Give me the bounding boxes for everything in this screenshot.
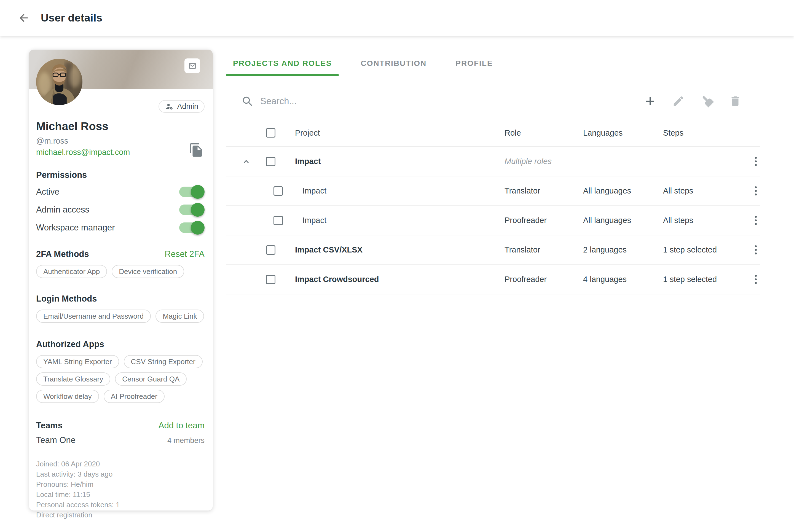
projects-table: ProjectRoleLanguagesSteps ImpactMultiple… <box>226 119 760 294</box>
tab-projects-and-roles[interactable]: PROJECTS AND ROLES <box>226 51 339 76</box>
broom-icon <box>700 95 714 108</box>
role-cell: Multiple roles <box>505 157 583 166</box>
role-cell: Proofreader <box>505 275 583 284</box>
toggle-workspace-manager[interactable] <box>179 223 203 233</box>
clear-button[interactable] <box>700 94 714 108</box>
table-row[interactable]: ImpactProofreaderAll languagesAll steps <box>226 206 760 235</box>
authorized-app-chip: Censor Guard QA <box>115 373 187 386</box>
login-method-chip: Magic Link <box>155 309 204 323</box>
permission-row: Workspace manager <box>36 218 205 236</box>
column-header-languages: Languages <box>583 129 663 137</box>
collapse-chevron-icon[interactable] <box>242 157 251 166</box>
app-bar: User details <box>0 0 794 36</box>
user-name: Michael Ross <box>36 120 205 133</box>
table-toolbar <box>643 94 760 108</box>
profile-meta-line: Pronouns: He/him <box>36 479 205 490</box>
profile-meta-line: Last activity: 3 days ago <box>36 469 205 479</box>
profile-meta-line: Joined: 06 Apr 2020 <box>36 459 205 469</box>
page-title: User details <box>41 12 102 24</box>
row-checkbox[interactable] <box>266 245 276 255</box>
search-row <box>226 88 760 114</box>
user-details-screen: User details <box>0 0 794 532</box>
admin-badge-label: Admin <box>177 102 198 111</box>
table-row[interactable]: Impact CrowdsourcedProofreader4 language… <box>226 265 760 294</box>
back-button[interactable] <box>17 11 30 24</box>
row-menu-icon[interactable] <box>753 185 758 197</box>
add-button[interactable] <box>643 94 657 108</box>
toggle-knob <box>191 185 205 199</box>
steps-cell: All steps <box>663 216 748 225</box>
search-input[interactable] <box>260 96 643 107</box>
permissions-title: Permissions <box>36 170 205 180</box>
add-to-team-link[interactable]: Add to team <box>158 421 205 431</box>
row-checkbox[interactable] <box>266 157 276 166</box>
table-row[interactable]: Impact CSV/XLSXTranslator2 languages1 st… <box>226 235 760 265</box>
table-row[interactable]: ImpactMultiple roles <box>226 147 760 176</box>
team-row: Team One4 members <box>36 435 205 445</box>
project-cell: Impact CSV/XLSX <box>295 245 505 254</box>
project-cell: Impact <box>295 186 505 195</box>
row-checkbox[interactable] <box>273 216 283 225</box>
edit-button[interactable] <box>671 94 686 108</box>
row-menu-icon[interactable] <box>753 214 758 227</box>
toggle-active[interactable] <box>179 187 203 197</box>
profile-meta-line: Direct registration <box>36 510 205 520</box>
permission-row: Active <box>36 183 205 201</box>
back-arrow-icon <box>18 12 30 24</box>
steps-cell: 1 step selected <box>663 245 748 254</box>
authorized-app-chip: YAML String Exporter <box>36 355 119 368</box>
copy-icon <box>189 142 204 158</box>
authorized-app-chip: CSV String Exporter <box>124 355 203 368</box>
project-cell: Impact <box>295 157 505 166</box>
login-methods-title: Login Methods <box>36 294 205 304</box>
profile-card: Admin Michael Ross @m.ross michael.ross@… <box>29 50 213 511</box>
permission-row: Admin access <box>36 201 205 218</box>
authorized-app-chip: Workflow delay <box>36 390 99 403</box>
reset-2fa-link[interactable]: Reset 2FA <box>165 249 205 259</box>
steps-cell: All steps <box>663 186 748 195</box>
envelope-icon <box>188 62 197 70</box>
languages-cell: All languages <box>583 186 663 195</box>
permission-label: Admin access <box>36 205 89 215</box>
delete-button[interactable] <box>728 94 742 108</box>
tab-contribution[interactable]: CONTRIBUTION <box>354 51 434 76</box>
projects-panel: PROJECTS AND ROLESCONTRIBUTIONPROFILE <box>226 51 760 294</box>
toggle-admin-access[interactable] <box>179 205 203 215</box>
authorized-apps-title: Authorized Apps <box>36 339 205 349</box>
user-email[interactable]: michael.ross@impact.com <box>36 148 130 157</box>
trash-icon <box>729 95 742 108</box>
tab-profile[interactable]: PROFILE <box>449 51 499 76</box>
send-email-button[interactable] <box>185 58 200 73</box>
permission-label: Active <box>36 187 59 197</box>
role-cell: Translator <box>505 186 583 195</box>
languages-cell: All languages <box>583 216 663 225</box>
languages-cell: 2 languages <box>583 245 663 254</box>
permission-label: Workspace manager <box>36 223 115 233</box>
row-menu-icon[interactable] <box>753 155 758 168</box>
login-method-chip: Email/Username and Password <box>36 309 151 323</box>
row-menu-icon[interactable] <box>753 273 758 286</box>
row-menu-icon[interactable] <box>753 244 758 256</box>
plus-icon <box>643 95 657 108</box>
user-handle: @m.ross <box>36 136 205 146</box>
copy-email-button[interactable] <box>188 141 205 159</box>
select-all-checkbox[interactable] <box>266 128 276 137</box>
twofa-method-chip: Authenticator App <box>36 265 107 278</box>
team-name: Team One <box>36 435 76 445</box>
twofa-method-chip: Device verification <box>112 265 184 278</box>
authorized-app-chip: AI Proofreader <box>104 390 165 403</box>
table-header-row: ProjectRoleLanguagesSteps <box>226 119 760 147</box>
toggle-knob <box>191 203 205 217</box>
table-row[interactable]: ImpactTranslatorAll languagesAll steps <box>226 176 760 206</box>
admin-badge: Admin <box>158 100 205 113</box>
row-checkbox[interactable] <box>266 275 276 284</box>
profile-meta-line: Personal access tokens: 1 <box>36 500 205 510</box>
avatar <box>36 59 82 105</box>
role-cell: Proofreader <box>505 216 583 225</box>
role-cell: Translator <box>505 245 583 254</box>
column-header-project: Project <box>295 129 505 137</box>
authorized-app-chip: Translate Glossary <box>36 373 110 386</box>
steps-cell: 1 step selected <box>663 275 748 284</box>
search-icon <box>242 95 253 107</box>
row-checkbox[interactable] <box>273 186 283 196</box>
